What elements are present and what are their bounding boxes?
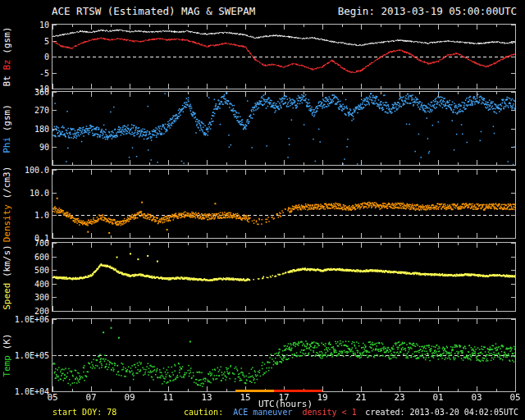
title-bar: ACE RTSW (Estimated) MAG & SWEPAM Begin:… [52,5,517,17]
panel-temp: Temp (K)1.0E+061.0E+051.0E+04 [52,318,516,392]
x-tick-label: 03 [466,392,487,403]
x-tick-label: 01 [427,392,449,403]
y-tick-label: 500 [8,266,49,275]
y-tick-label: 270 [8,106,49,115]
y-tick-label: 90 [8,143,49,152]
plot-title: ACE RTSW (Estimated) MAG & SWEPAM [52,5,255,17]
y-tick-label: 700 [8,239,49,248]
y-axis-title-part: (K) [2,334,12,350]
x-tick-label: 13 [196,392,217,403]
y-tick-label: 360 [8,88,49,97]
x-tick-label: 05 [42,392,63,403]
y-tick-label: 180 [8,125,49,134]
ace-rtsw-plot: ACE RTSW (Estimated) MAG & SWEPAM Begin:… [0,0,525,420]
plot-canvas-temp [52,319,515,391]
panel-density: Density (/cm3)100.010.01.00.1 [52,169,516,239]
x-tick-label: 23 [389,392,410,403]
x-tick-label: 21 [350,392,372,403]
plot-canvas-bt-bz [52,25,515,89]
x-tick-label: 05 [504,392,525,403]
y-tick-label: 600 [8,253,49,262]
start-doy-label: start DOY: 78 [52,408,116,417]
y-tick-label: 1.0 [8,211,49,220]
y-tick-label: 5 [8,37,49,46]
begin-timestamp: Begin: 2013-03-19 05:00:00UTC [338,5,517,17]
y-tick-label: 10.0 [8,189,49,198]
y-tick-label: 0 [8,52,49,62]
plot-canvas-speed [52,243,515,311]
x-tick-label: 07 [80,392,102,403]
created-timestamp: created: 2013-03-20 04:02:05UTC [365,408,518,417]
y-tick-label: -5 [8,69,49,78]
y-tick-label: 100.0 [8,166,49,175]
plot-canvas-phi [52,92,515,165]
y-tick-label: 10 [8,21,49,30]
x-tick-label: 09 [119,392,140,403]
axis-caution-flag [235,390,274,392]
plot-canvas-density [52,170,515,238]
caution-density: density < 1 [302,408,356,417]
panel-bt-bz: Bt Bz (gsm)1050-5-10 [52,24,516,89]
y-tick-label: 1.0E+06 [8,315,49,324]
y-tick-label: 300 [8,293,49,302]
y-axis-title-density: Density (/cm3) [2,166,12,242]
panel-phi: Phi (gsm)36027018090 [52,91,516,166]
y-tick-label: 400 [8,280,49,289]
caution-note: caution:ACE maneuverdensity < 1 [184,408,367,417]
caution-label: caution: [184,408,223,417]
y-tick-label: 1.0E+05 [8,351,49,360]
axis-caution-flag [274,390,322,392]
caution-maneuver: ACE maneuver [233,408,292,417]
panel-speed: Speed (km/s)700600500400300200 [52,242,516,312]
x-tick-label: 11 [158,392,179,403]
